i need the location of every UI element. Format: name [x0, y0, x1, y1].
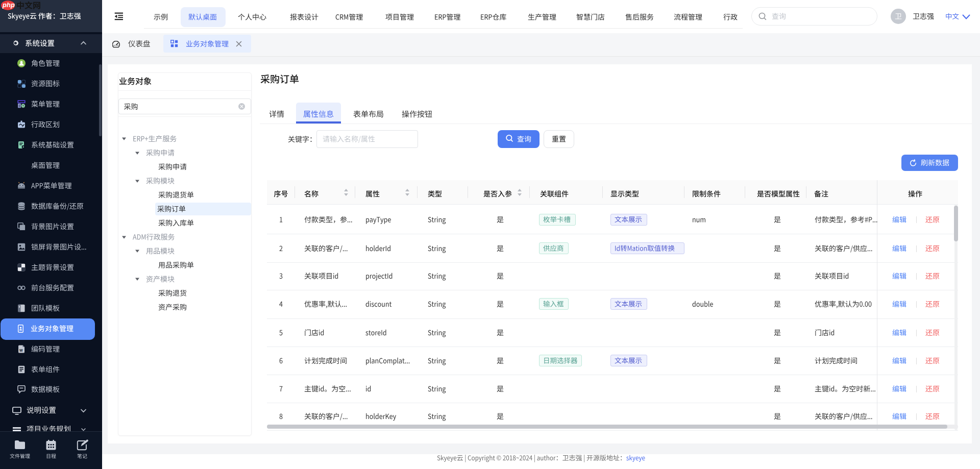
svg-text:W: W [19, 349, 23, 352]
